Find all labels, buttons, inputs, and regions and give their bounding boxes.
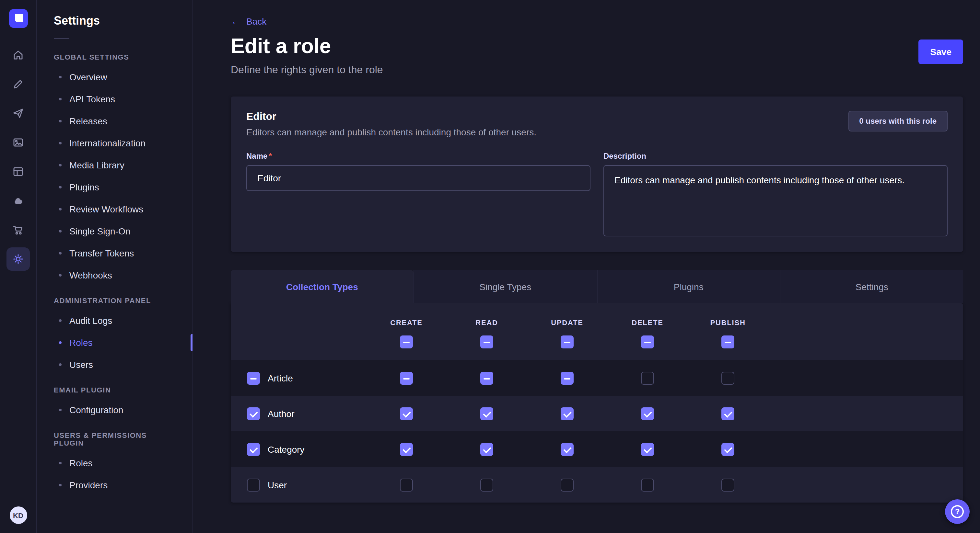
sidebar-item-api-tokens[interactable]: API Tokens (37, 88, 192, 110)
author-create-checkbox[interactable] (400, 407, 413, 420)
media-library-icon[interactable] (6, 131, 30, 154)
cell-user-create (366, 478, 447, 491)
name-input[interactable] (246, 165, 590, 191)
row-user-checkbox[interactable] (247, 478, 260, 491)
sidebar-item-plugins[interactable]: Plugins (37, 176, 192, 198)
required-asterisk: * (269, 152, 272, 160)
bullet-icon (59, 409, 62, 411)
column-label-create: CREATE (390, 319, 423, 327)
sidebar-item-transfer-tokens[interactable]: Transfer Tokens (37, 242, 192, 264)
description-label: Description (603, 152, 948, 160)
sidebar-item-media-library[interactable]: Media Library (37, 154, 192, 176)
title-divider (54, 38, 69, 39)
author-delete-checkbox[interactable] (641, 407, 654, 420)
row-category-checkbox[interactable] (247, 443, 260, 455)
sidebar-sections: GLOBAL SETTINGS Overview API Tokens Rele… (37, 43, 192, 496)
sidebar-item-label: Releases (69, 116, 107, 126)
select-all-read-checkbox[interactable] (480, 335, 493, 348)
category-read-checkbox[interactable] (480, 443, 493, 455)
sidebar-item-audit-logs[interactable]: Audit Logs (37, 309, 192, 332)
cell-article-read (447, 371, 527, 384)
sidebar-item-internationalization[interactable]: Internationalization (37, 132, 192, 154)
sidebar-item-label: API Tokens (69, 94, 115, 104)
sidebar-item-label: Providers (69, 480, 108, 490)
category-publish-checkbox[interactable] (721, 443, 734, 455)
user-read-checkbox[interactable] (480, 478, 493, 491)
article-create-checkbox[interactable] (400, 371, 413, 384)
category-create-checkbox[interactable] (400, 443, 413, 455)
sidebar-item-users[interactable]: Users (37, 354, 192, 376)
row-label: User (268, 479, 287, 490)
bullet-icon (59, 484, 62, 486)
row-label: Author (268, 408, 294, 419)
back-link[interactable]: ← Back (231, 16, 266, 27)
author-update-checkbox[interactable] (561, 407, 574, 420)
sidebar-item-overview[interactable]: Overview (37, 66, 192, 88)
content-type-builder-icon[interactable] (6, 160, 30, 183)
select-all-update-checkbox[interactable] (561, 335, 574, 348)
settings-gear-icon[interactable] (6, 247, 30, 271)
column-label-read: READ (476, 319, 498, 327)
user-create-checkbox[interactable] (400, 478, 413, 491)
bullet-icon (59, 341, 62, 344)
user-publish-checkbox[interactable] (721, 478, 734, 491)
user-avatar[interactable]: KD (10, 506, 27, 524)
user-update-checkbox[interactable] (561, 478, 574, 491)
tab-single-types[interactable]: Single Types (414, 270, 597, 303)
bullet-icon (59, 230, 62, 233)
author-publish-checkbox[interactable] (721, 407, 734, 420)
article-delete-checkbox[interactable] (641, 371, 654, 384)
main-content: ← Back Edit a role Define the rights giv… (193, 0, 980, 533)
cloud-icon[interactable] (6, 189, 30, 213)
sidebar-item-label: Overview (69, 72, 107, 82)
sidebar-item-roles[interactable]: Roles (37, 332, 192, 354)
sidebar-item-providers[interactable]: Providers (37, 474, 192, 496)
select-all-create-checkbox[interactable] (400, 335, 413, 348)
sidebar-item-review-workflows[interactable]: Review Workflows (37, 198, 192, 220)
cell-author-create (366, 407, 447, 420)
sidebar-item-label: Media Library (69, 160, 124, 170)
tab-collection-types[interactable]: Collection Types (231, 270, 414, 303)
user-delete-checkbox[interactable] (641, 478, 654, 491)
help-button[interactable]: ? (945, 499, 970, 524)
content-pen-icon[interactable] (6, 73, 30, 96)
cell-article-update (527, 371, 607, 384)
sidebar-item-releases[interactable]: Releases (37, 110, 192, 132)
permissions-column-header: CREATEREADUPDATEDELETEPUBLISH (231, 303, 963, 360)
home-icon[interactable] (6, 43, 30, 67)
author-read-checkbox[interactable] (480, 407, 493, 420)
cell-article-delete (607, 371, 688, 384)
name-label: Name* (246, 152, 590, 160)
sidebar-item-webhooks[interactable]: Webhooks (37, 264, 192, 286)
cell-author-delete (607, 407, 688, 420)
category-update-checkbox[interactable] (561, 443, 574, 455)
sidebar-item-single-sign-on[interactable]: Single Sign-On (37, 220, 192, 242)
sidebar-section-email-plugin: EMAIL PLUGIN (37, 376, 192, 399)
row-label: Category (268, 444, 305, 454)
row-author-checkbox[interactable] (247, 407, 260, 420)
description-input[interactable]: Editors can manage and publish contents … (603, 165, 948, 236)
category-delete-checkbox[interactable] (641, 443, 654, 455)
users-count-badge[interactable]: 0 users with this role (848, 111, 948, 132)
article-read-checkbox[interactable] (480, 371, 493, 384)
permission-row-user: User (231, 467, 963, 503)
select-all-delete-checkbox[interactable] (641, 335, 654, 348)
bullet-icon (59, 252, 62, 254)
tab-plugins[interactable]: Plugins (597, 270, 780, 303)
article-update-checkbox[interactable] (561, 371, 574, 384)
select-all-publish-checkbox[interactable] (721, 335, 734, 348)
app-rail: KD (0, 0, 37, 533)
marketplace-cart-icon[interactable] (6, 218, 30, 241)
paper-plane-icon[interactable] (6, 102, 30, 125)
article-publish-checkbox[interactable] (721, 371, 734, 384)
sidebar-item-configuration[interactable]: Configuration (37, 399, 192, 421)
row-article-checkbox[interactable] (247, 371, 260, 384)
save-button[interactable]: Save (919, 40, 963, 64)
strapi-logo[interactable] (9, 9, 27, 28)
tab-settings[interactable]: Settings (780, 270, 964, 303)
sidebar-item-label: Transfer Tokens (69, 248, 134, 259)
question-mark-icon: ? (951, 505, 964, 518)
bullet-icon (59, 363, 62, 366)
sidebar-title: Settings (37, 14, 192, 28)
sidebar-item-roles[interactable]: Roles (37, 452, 192, 474)
